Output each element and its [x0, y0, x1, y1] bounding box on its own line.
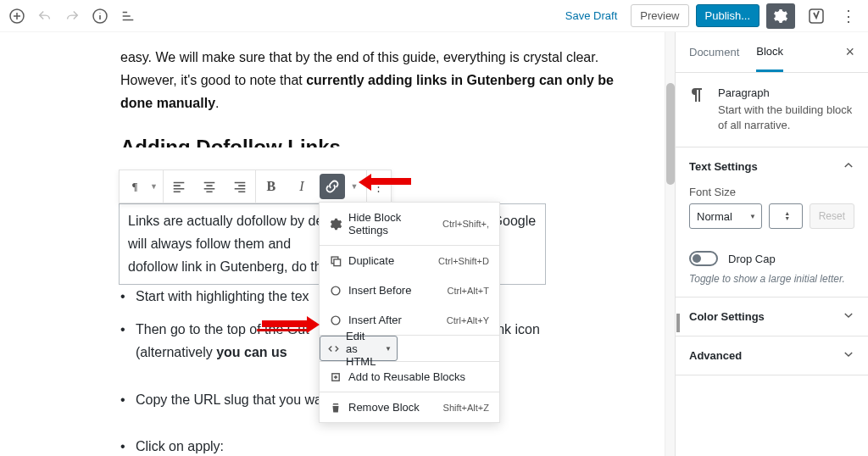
chevron-down-icon — [843, 309, 854, 324]
drop-cap-hint: Toggle to show a large initial letter. — [676, 270, 868, 297]
more-menu-icon[interactable]: ⋮ — [837, 7, 860, 25]
section-color-settings[interactable]: Color Settings — [676, 298, 868, 336]
svg-point-6 — [331, 316, 340, 325]
outline-icon[interactable] — [120, 8, 136, 24]
tab-document[interactable]: Document — [689, 34, 739, 70]
chevron-up-icon — [843, 159, 854, 174]
align-center-icon[interactable] — [194, 170, 225, 203]
dd-edit-html[interactable]: Edit as HTML — [320, 336, 398, 361]
paragraph-intro: easy. We will make sure that by the end … — [120, 32, 637, 115]
undo-icon[interactable] — [37, 8, 53, 24]
list-item: •Click on apply: — [120, 435, 544, 456]
insert-after-icon — [330, 314, 348, 326]
font-size-label: Font Size — [689, 186, 854, 198]
dd-remove[interactable]: Remove BlockShift+Alt+Z — [320, 392, 499, 422]
close-sidebar-icon[interactable]: × — [845, 43, 854, 61]
add-block-icon[interactable] — [8, 8, 25, 25]
annotation-arrow-1 — [356, 171, 415, 197]
preview-button[interactable]: Preview — [631, 4, 688, 27]
tab-block[interactable]: Block — [756, 33, 783, 72]
block-description: Start with the building block of all nar… — [718, 103, 854, 133]
settings-sidebar: Document Block × Paragraph Start with th… — [675, 32, 868, 456]
trash-icon — [330, 402, 348, 414]
publish-button[interactable]: Publish... — [696, 4, 760, 27]
align-right-icon[interactable] — [225, 170, 255, 203]
font-size-select[interactable]: Normal — [689, 203, 762, 229]
paragraph-icon — [689, 86, 706, 133]
duplicate-icon — [330, 255, 348, 267]
section-advanced[interactable]: Advanced — [676, 336, 868, 375]
html-icon — [327, 342, 346, 355]
editor-topbar: Save Draft Preview Publish... ⋮ — [0, 0, 868, 32]
font-size-number[interactable]: ▲▼ — [769, 203, 803, 229]
block-options-dropdown: Hide Block SettingsCtrl+Shift+, Duplicat… — [319, 202, 500, 423]
drop-cap-toggle[interactable] — [689, 251, 718, 266]
redo-icon[interactable] — [64, 8, 80, 24]
annotation-arrow-2 — [259, 314, 322, 339]
svg-point-5 — [331, 286, 340, 295]
editor-scrollbar[interactable] — [665, 32, 675, 456]
link-icon[interactable] — [320, 174, 345, 199]
dd-insert-before[interactable]: Insert BeforeCtrl+Alt+T — [320, 275, 499, 305]
dd-duplicate[interactable]: DuplicateCtrl+Shift+D — [320, 246, 499, 275]
scrollbar-thumb[interactable] — [666, 83, 675, 185]
gear-icon — [330, 218, 348, 231]
section-text-settings[interactable]: Text Settings — [676, 147, 868, 186]
reusable-icon — [330, 371, 348, 383]
pane-drag-handle[interactable] — [676, 314, 680, 332]
save-draft-button[interactable]: Save Draft — [559, 4, 624, 27]
heading-cut: Adding Dofollow Links — [120, 131, 637, 147]
chevron-down-icon — [843, 348, 854, 363]
settings-gear-icon[interactable] — [766, 3, 795, 29]
dd-hide-settings[interactable]: Hide Block SettingsCtrl+Shift+, — [320, 203, 499, 245]
italic-icon[interactable]: I — [287, 170, 317, 203]
block-name: Paragraph — [718, 86, 854, 99]
reset-button[interactable]: Reset — [810, 203, 854, 229]
insert-before-icon — [330, 285, 348, 297]
bold-icon[interactable]: B — [256, 170, 287, 203]
editor-canvas: easy. We will make sure that by the end … — [0, 32, 675, 456]
svg-rect-4 — [334, 259, 341, 265]
info-icon[interactable] — [92, 8, 108, 25]
yoast-icon[interactable] — [802, 3, 831, 29]
drop-cap-label: Drop Cap — [728, 253, 776, 265]
align-left-icon[interactable] — [164, 170, 194, 203]
block-toolbar: ¶▼ B I ▼ ⋮ — [119, 170, 392, 203]
block-type-icon[interactable]: ¶ — [120, 170, 150, 203]
